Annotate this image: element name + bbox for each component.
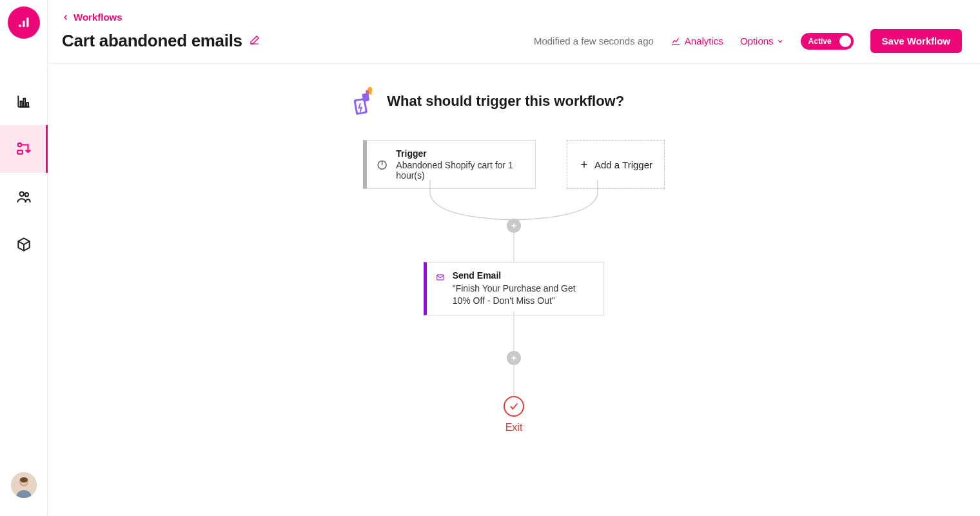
bar-chart-icon bbox=[15, 93, 32, 110]
lighter-icon bbox=[348, 84, 377, 118]
avatar-img bbox=[11, 472, 37, 498]
plus-icon bbox=[510, 222, 518, 230]
toggle-label: Active bbox=[808, 37, 832, 46]
exit-label: Exit bbox=[505, 422, 523, 433]
plus-icon bbox=[579, 159, 589, 170]
svg-rect-4 bbox=[23, 99, 25, 107]
nav-people[interactable] bbox=[0, 173, 48, 221]
svg-rect-15 bbox=[362, 93, 369, 102]
modified-text: Modified a few seconds ago bbox=[534, 35, 654, 46]
action-card-title: Send Email bbox=[453, 270, 594, 281]
cube-icon bbox=[15, 236, 32, 253]
plus-icon bbox=[510, 354, 518, 362]
svg-rect-5 bbox=[26, 103, 28, 107]
connector-line bbox=[514, 312, 514, 352]
add-trigger-button[interactable]: Add a Trigger bbox=[567, 140, 665, 189]
toggle-knob bbox=[839, 35, 851, 47]
people-icon bbox=[15, 188, 32, 205]
add-step-button-1[interactable] bbox=[507, 219, 521, 233]
save-workflow-button[interactable]: Save Workflow bbox=[870, 29, 962, 53]
trigger-card-subtitle: Abandoned Shopify cart for 1 hour(s) bbox=[396, 160, 526, 181]
action-card-send-email[interactable]: Send Email "Finish Your Purchase and Get… bbox=[424, 262, 604, 315]
svg-rect-7 bbox=[17, 150, 23, 154]
edit-title-button[interactable] bbox=[249, 34, 260, 48]
mail-icon bbox=[436, 270, 445, 284]
power-icon bbox=[376, 157, 388, 172]
svg-rect-3 bbox=[20, 101, 22, 107]
add-trigger-label: Add a Trigger bbox=[594, 159, 652, 170]
connector-line bbox=[514, 233, 514, 262]
pencil-icon bbox=[249, 34, 260, 46]
workflow-icon bbox=[15, 141, 32, 157]
chevron-left-icon bbox=[62, 14, 70, 21]
nav-workflows[interactable] bbox=[0, 125, 48, 173]
main: Workflows Cart abandoned emails Modified… bbox=[48, 0, 980, 516]
check-icon bbox=[508, 401, 520, 412]
workflow-canvas[interactable]: What should trigger this workflow? Trigg… bbox=[48, 64, 980, 516]
options-label: Options bbox=[740, 35, 774, 46]
brand-logo[interactable] bbox=[8, 6, 40, 39]
svg-point-9 bbox=[24, 193, 28, 196]
analytics-link[interactable]: Analytics bbox=[671, 35, 723, 46]
svg-rect-2 bbox=[26, 17, 29, 27]
line-chart-icon bbox=[671, 36, 681, 46]
sidebar bbox=[0, 0, 48, 516]
page-title: Cart abandoned emails bbox=[62, 31, 242, 51]
options-dropdown[interactable]: Options bbox=[740, 35, 784, 46]
svg-rect-1 bbox=[23, 21, 25, 27]
trigger-header: What should trigger this workflow? bbox=[348, 84, 624, 118]
user-avatar[interactable] bbox=[11, 472, 37, 498]
exit-circle bbox=[504, 396, 524, 417]
breadcrumb-label: Workflows bbox=[74, 12, 122, 23]
chevron-down-icon bbox=[776, 37, 784, 45]
analytics-label: Analytics bbox=[685, 35, 723, 46]
header: Workflows Cart abandoned emails Modified… bbox=[48, 0, 980, 64]
trigger-card[interactable]: Trigger Abandoned Shopify cart for 1 hou… bbox=[363, 140, 536, 189]
exit-node[interactable]: Exit bbox=[504, 396, 524, 433]
active-toggle[interactable]: Active bbox=[801, 33, 854, 50]
brand-bars-icon bbox=[16, 15, 32, 30]
action-card-subtitle: "Finish Your Purchase and Get 10% Off - … bbox=[453, 283, 594, 307]
svg-point-0 bbox=[19, 25, 21, 27]
nav-cube[interactable] bbox=[0, 221, 48, 268]
trigger-prompt: What should trigger this workflow? bbox=[387, 93, 624, 110]
breadcrumb-back[interactable]: Workflows bbox=[62, 12, 962, 23]
svg-point-8 bbox=[19, 192, 24, 196]
nav-analytics[interactable] bbox=[0, 77, 48, 125]
connector-line bbox=[514, 365, 514, 396]
add-step-button-2[interactable] bbox=[507, 351, 521, 365]
trigger-card-title: Trigger bbox=[396, 148, 526, 159]
